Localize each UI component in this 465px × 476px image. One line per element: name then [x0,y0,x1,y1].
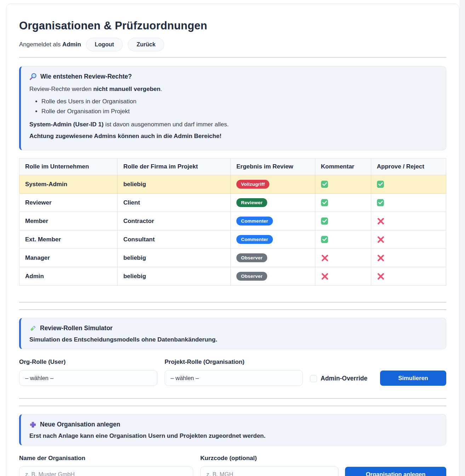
org-name-field: Name der Organisation [19,455,193,476]
cell-comment [315,249,371,267]
review-result-badge: Vollzugriff [236,180,269,189]
table-row: Admin beliebig Observer [19,267,446,286]
cell-org-role: Reviewer [19,194,117,212]
cell-comment [315,230,371,249]
cell-comment [315,175,371,194]
cell-approve [371,249,446,267]
info-box-title: Wie entstehen Review-Rechte? [40,73,132,80]
logged-in-text: Angemeldet als Admin [19,41,81,48]
cell-org-role: Manager [19,249,117,267]
cell-approve [371,212,446,230]
info-note: System-Admin (User-ID 1) ist davon ausge… [29,120,437,129]
header-divider [19,57,446,58]
new-org-title-row: Neue Organisation anlegen [29,421,437,428]
org-role-select[interactable]: – wählen – [19,370,157,386]
check-icon [377,199,384,206]
magnifier-icon [29,73,37,80]
table-row: Member Contractor Commenter [19,212,446,230]
cross-icon [321,254,329,262]
info-box-title-row: Wie entstehen Review-Rechte? [29,73,437,80]
cell-approve [371,267,446,286]
cell-approve [371,194,446,212]
roles-matrix-table: Rolle im Unternehmen Rolle der Firma im … [19,158,446,286]
main-card: Organisationen & Prüfzuordnungen Angemel… [6,4,459,476]
check-icon [377,180,384,188]
logout-button[interactable]: Logout [86,38,123,51]
new-org-subtitle: Erst nach Anlage kann eine Organisation … [29,432,437,440]
cell-review-result: Vollzugriff [230,175,315,194]
review-result-badge: Reviewer [236,198,267,207]
review-result-badge: Observer [236,253,267,262]
simulator-box: Review-Rollen Simulator Simulation des E… [19,318,446,349]
plus-icon [29,421,36,428]
check-icon [321,180,328,188]
session-row: Angemeldet als Admin Logout Zurück [19,38,446,51]
logged-in-prefix: Angemeldet als [19,41,61,48]
new-org-box: Neue Organisation anlegen Erst nach Anla… [19,414,446,446]
new-org-form: Name der Organisation Kurzcode (optional… [19,455,446,476]
test-tube-icon [29,325,36,332]
cell-org-role: Member [19,212,117,230]
section-divider [19,406,446,406]
simulator-title-row: Review-Rollen Simulator [29,325,437,332]
cell-review-result: Observer [230,267,315,286]
info-bullet-1: Rolle des Users in der Organisation [41,97,437,107]
check-icon [321,217,328,225]
cell-project-role: Client [117,194,231,212]
info-intro: Review-Rechte werden nicht manuell verge… [29,85,437,94]
create-org-button[interactable]: Organisation anlegen [345,467,446,476]
header-approve-reject: Approve / Reject [371,159,446,175]
simulator-subtitle: Simulation des Entscheidungsmodells ohne… [29,336,437,343]
org-code-field: Kurzcode (optional) [200,455,339,476]
org-role-label: Org-Rolle (User) [19,359,157,366]
table-row: System-Admin beliebig Vollzugriff [19,175,446,194]
project-role-field: Projekt-Rolle (Organisation) – wählen – [165,359,303,386]
cross-icon [377,273,385,280]
header-org-role: Rolle im Unternehmen [19,159,117,175]
header-comment: Kommentar [315,159,371,175]
cell-org-role: System-Admin [19,175,117,194]
info-bullet-2: Rolle der Organisation im Projekt [41,107,437,116]
review-result-badge: Commenter [236,235,273,244]
cross-icon [377,217,385,225]
table-row: Manager beliebig Observer [19,249,446,267]
cell-project-role: Consultant [117,230,231,249]
section-divider [19,398,446,399]
header-review-result: Ergebnis im Review [230,159,315,175]
check-icon [321,236,328,243]
org-name-label: Name der Organisation [19,455,193,462]
table-header-row: Rolle im Unternehmen Rolle der Firma im … [19,159,446,175]
cell-review-result: Observer [230,249,315,267]
review-rights-info-box: Wie entstehen Review-Rechte? Review-Rech… [19,66,446,150]
back-button[interactable]: Zurück [128,38,164,51]
cell-org-role: Ext. Member [19,230,117,249]
admin-override-label: Admin-Override [321,375,367,382]
cell-org-role: Admin [19,267,117,286]
cross-icon [377,236,385,243]
cell-approve [371,175,446,194]
org-code-input[interactable] [200,466,339,476]
table-row: Reviewer Client Reviewer [19,194,446,212]
cell-review-result: Reviewer [230,194,315,212]
org-name-input[interactable] [19,466,193,476]
cell-review-result: Commenter [230,212,315,230]
simulate-button[interactable]: Simulieren [380,371,446,386]
admin-override-wrap: Admin-Override [310,375,367,386]
cell-project-role: beliebig [117,249,231,267]
info-bullet-list: Rolle des Users in der Organisation Roll… [29,97,437,116]
simulator-title: Review-Rollen Simulator [40,325,113,332]
check-icon [321,199,328,206]
project-role-select[interactable]: – wählen – [165,370,303,386]
review-result-badge: Observer [236,272,267,281]
header-project-role: Rolle der Firma im Projekt [117,159,231,175]
info-warning: Achtung zugewiesene Admins können auch i… [29,132,437,141]
review-result-badge: Commenter [236,217,273,225]
cross-icon [377,254,385,262]
cell-comment [315,212,371,230]
cell-approve [371,230,446,249]
section-divider [19,302,446,303]
admin-override-checkbox[interactable] [310,375,317,382]
scrollbar-gutter[interactable] [460,0,465,476]
section-divider [19,309,446,310]
cross-icon [321,273,329,280]
